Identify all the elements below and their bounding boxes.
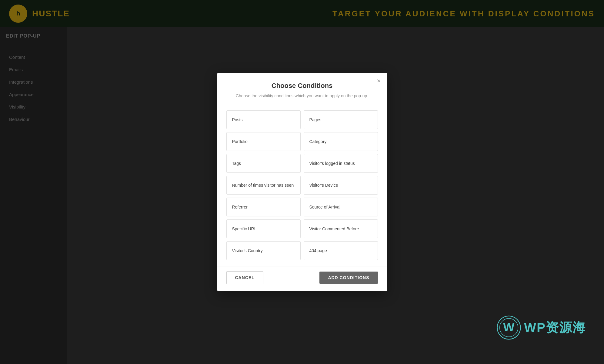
conditions-grid: Posts Pages Portfolio Category Tags Visi… bbox=[217, 107, 387, 266]
watermark: W WP资源海 bbox=[497, 316, 586, 340]
add-conditions-button[interactable]: ADD CONDITIONS bbox=[319, 272, 378, 284]
condition-category[interactable]: Category bbox=[304, 132, 378, 151]
modal-title: Choose Conditions bbox=[226, 82, 378, 90]
choose-conditions-modal: Choose Conditions Choose the visibility … bbox=[217, 73, 387, 291]
modal-header: Choose Conditions Choose the visibility … bbox=[217, 73, 387, 107]
condition-device[interactable]: Visitor's Device bbox=[304, 176, 378, 195]
svg-text:W: W bbox=[503, 320, 515, 334]
modal-footer: CANCEL ADD CONDITIONS bbox=[217, 266, 387, 291]
condition-source-arrival[interactable]: Source of Arrival bbox=[304, 198, 378, 216]
modal-backdrop: Choose Conditions Choose the visibility … bbox=[0, 0, 604, 364]
condition-portfolio[interactable]: Portfolio bbox=[226, 132, 301, 151]
condition-specific-url[interactable]: Specific URL bbox=[226, 219, 301, 238]
cancel-button[interactable]: CANCEL bbox=[226, 271, 263, 284]
condition-country[interactable]: Visitor's Country bbox=[226, 241, 301, 260]
wp-watermark-text: WP资源海 bbox=[524, 319, 586, 336]
condition-commented[interactable]: Visitor Commented Before bbox=[304, 219, 378, 238]
condition-pages[interactable]: Pages bbox=[304, 110, 378, 129]
condition-referrer[interactable]: Referrer bbox=[226, 198, 301, 216]
wp-logo-icon: W bbox=[497, 316, 521, 340]
condition-posts[interactable]: Posts bbox=[226, 110, 301, 129]
condition-404[interactable]: 404 page bbox=[304, 241, 378, 260]
close-button[interactable]: × bbox=[377, 78, 381, 84]
condition-logged-status[interactable]: Visitor's logged in status bbox=[304, 154, 378, 173]
modal-subtitle: Choose the visibility conditions which y… bbox=[226, 93, 378, 98]
condition-tags[interactable]: Tags bbox=[226, 154, 301, 173]
condition-times-seen[interactable]: Number of times visitor has seen bbox=[226, 176, 301, 195]
